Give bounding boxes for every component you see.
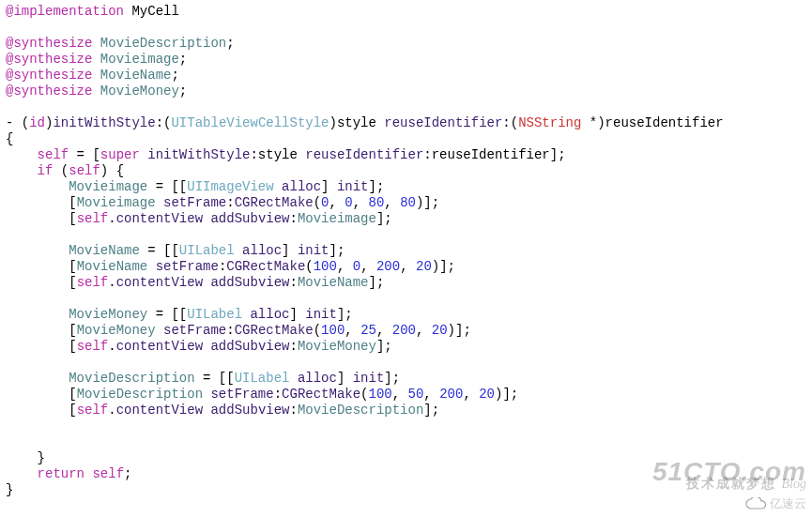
kw-self7: self: [92, 466, 124, 481]
sel-setFrame1: setFrame: [163, 195, 226, 210]
n-n1: 0: [353, 259, 360, 274]
sel-init3: init: [305, 307, 337, 322]
sel-setFrame3: setFrame: [163, 323, 226, 338]
sel-setFrame4: setFrame: [210, 387, 273, 402]
sel-cv3: contentView: [116, 339, 203, 354]
name-var2: MovieName: [77, 259, 148, 274]
class-name: MyCell: [131, 4, 178, 19]
n-n3: 20: [416, 259, 432, 274]
sel-init2: init: [298, 243, 329, 258]
desc-var2: MovieDescription: [77, 387, 203, 402]
sel-alloc1: alloc: [282, 179, 321, 194]
money-cls: UILabel: [187, 307, 242, 322]
img-var3: Movieimage: [298, 211, 376, 226]
sel-add4: addSubview: [210, 403, 289, 418]
money-var: MovieMoney: [69, 307, 147, 322]
n-d2: 200: [439, 387, 463, 402]
kw-self5: self: [77, 339, 109, 354]
n-n0: 100: [314, 259, 337, 274]
n-d1: 50: [408, 387, 424, 402]
sel-add1: addSubview: [210, 211, 289, 226]
sel-add2: addSubview: [210, 275, 289, 290]
name-var3: MovieName: [298, 275, 369, 290]
sel-cv2: contentView: [116, 275, 203, 290]
sel-initWithStyle2: initWithStyle: [147, 147, 250, 162]
kw-synth3: @synthesize: [6, 68, 92, 83]
kw-self4: self: [77, 275, 109, 290]
type-style: UITableViewCellStyle: [171, 115, 329, 130]
n-i2: 80: [369, 195, 385, 210]
sel-reuse: reuseIdentifier: [384, 115, 502, 130]
kw-synth2: @synthesize: [6, 52, 92, 67]
name-var: MovieName: [69, 243, 140, 258]
sel-setFrame2: setFrame: [156, 259, 219, 274]
synth-1: Movieimage: [100, 52, 179, 67]
sel-alloc2: alloc: [242, 243, 282, 258]
img-var: Movieimage: [69, 179, 147, 194]
kw-if: if: [38, 163, 54, 178]
sel-alloc4: alloc: [298, 371, 337, 386]
sel-init4: init: [353, 371, 385, 386]
kw-super: super: [100, 147, 140, 162]
desc-var: MovieDescription: [69, 371, 194, 386]
synth-2: MovieName: [100, 68, 172, 83]
n-m2: 200: [392, 323, 416, 338]
kw-synth4: @synthesize: [6, 84, 92, 99]
type-nsstring: NSString: [518, 115, 581, 130]
ret-type: id: [29, 115, 45, 130]
n-d3: 20: [479, 387, 495, 402]
desc-cls: UILabel: [235, 371, 290, 386]
sel-init1: init: [337, 179, 369, 194]
kw-return: return: [38, 466, 84, 481]
arg-reuse: reuseIdentifier: [605, 115, 724, 130]
kw-self6: self: [77, 403, 109, 418]
n-n2: 200: [376, 259, 400, 274]
sel-initWithStyle: initWithStyle: [53, 115, 155, 130]
img-cls: UIImageView: [187, 179, 273, 194]
n-i3: 80: [400, 195, 416, 210]
kw-self3: self: [77, 211, 109, 226]
name-cls: UILabel: [179, 243, 235, 258]
n-i1: 0: [345, 195, 352, 210]
n-m3: 20: [432, 323, 448, 338]
cg2: CGRectMake: [226, 259, 305, 274]
code-block: @implementation MyCell @synthesize Movie…: [0, 0, 812, 502]
synth-0: MovieDescription: [100, 36, 226, 51]
kw-synth1: @synthesize: [6, 36, 92, 51]
kw-impl: @implementation: [6, 4, 124, 19]
desc-var3: MovieDescription: [298, 403, 423, 418]
sel-add3: addSubview: [210, 339, 289, 354]
sel-alloc3: alloc: [250, 307, 289, 322]
kw-self2: self: [69, 163, 100, 178]
kw-self1: self: [38, 147, 69, 162]
n-i0: 0: [321, 195, 329, 210]
cg4: CGRectMake: [282, 387, 360, 402]
sel-reuse2: reuseIdentifier: [305, 147, 423, 162]
cg3: CGRectMake: [235, 323, 314, 338]
synth-3: MovieMoney: [100, 84, 179, 99]
sel-cv1: contentView: [116, 211, 203, 226]
n-m1: 25: [360, 323, 376, 338]
money-var2: MovieMoney: [77, 323, 156, 338]
n-m0: 100: [321, 323, 345, 338]
sel-cv4: contentView: [116, 403, 203, 418]
cg1: CGRectMake: [235, 195, 314, 210]
n-d0: 100: [369, 387, 392, 402]
img-var2: Movieimage: [77, 195, 156, 210]
money-var3: MovieMoney: [298, 339, 376, 354]
